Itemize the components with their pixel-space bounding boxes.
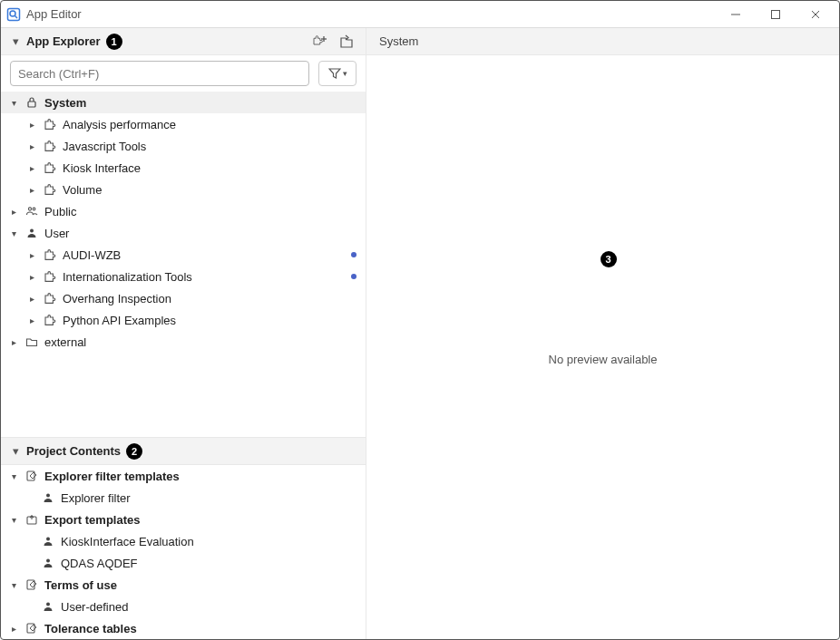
tree-label: Python API Examples (63, 314, 357, 327)
tree-node-terms-of-use[interactable]: ▾ Terms of use (1, 574, 366, 596)
puzzle-icon (43, 291, 57, 305)
chevron-right-icon[interactable]: ▸ (26, 141, 37, 151)
titlebar-left: App Editor (6, 7, 82, 22)
chevron-down-icon[interactable]: ▾ (8, 515, 19, 525)
svg-line-2 (15, 15, 18, 18)
tree-node-user[interactable]: ▾ User (1, 222, 366, 244)
chevron-down-icon: ▾ (10, 34, 21, 48)
preview-title: System (379, 34, 418, 48)
chevron-right-icon[interactable]: ▸ (8, 337, 19, 347)
tree-node-filter-templates[interactable]: ▾ Explorer filter templates (1, 465, 366, 487)
tree-label: external (44, 335, 357, 349)
document-edit-icon (24, 469, 39, 483)
import-button[interactable] (337, 32, 357, 52)
close-button[interactable] (796, 2, 835, 27)
chevron-right-icon[interactable]: ▸ (26, 315, 37, 325)
person-icon (41, 599, 55, 614)
preview-area: 3 No preview available (366, 55, 839, 639)
puzzle-icon (43, 117, 57, 131)
tree-node-i18n-tools[interactable]: ▸ Internationalization Tools (1, 266, 366, 287)
chevron-right-icon[interactable]: ▸ (26, 250, 37, 260)
tree-label: QDAS AQDEF (61, 557, 357, 570)
explorer-tree: ▾ System ▸ Analysis performance ▸ (1, 92, 366, 353)
tree-node-external[interactable]: ▸ external (1, 331, 366, 353)
tree-node-kiosk-interface[interactable]: ▸ Kiosk Interface (1, 157, 366, 179)
project-contents-header[interactable]: ▾ Project Contents 2 (1, 438, 366, 465)
tree-label: KioskInterface Evaluation (61, 535, 357, 548)
tree-node-analysis-performance[interactable]: ▸ Analysis performance (1, 113, 366, 135)
maximize-button[interactable] (756, 2, 796, 27)
svg-point-1 (10, 11, 15, 16)
tree-node-system[interactable]: ▾ System (1, 92, 366, 113)
tree-label: Explorer filter (61, 491, 357, 505)
tree-label: Kiosk Interface (63, 161, 357, 175)
search-row: ▾ (1, 55, 366, 92)
chevron-down-icon[interactable]: ▾ (8, 98, 19, 108)
contents-tree: ▾ Explorer filter templates Explorer fil… (1, 465, 366, 639)
chevron-right-icon[interactable]: ▸ (26, 163, 37, 173)
filter-button[interactable]: ▾ (318, 61, 357, 86)
tree-node-overhang-inspection[interactable]: ▸ Overhang Inspection (1, 287, 366, 309)
chevron-right-icon[interactable]: ▸ (8, 624, 19, 634)
body: ▾ App Explorer 1 (1, 28, 839, 639)
chevron-down-icon[interactable]: ▾ (8, 580, 19, 590)
chevron-down-icon[interactable]: ▾ (8, 471, 19, 481)
svg-point-10 (28, 208, 31, 210)
puzzle-icon (43, 160, 57, 175)
tree-label: Internationalization Tools (63, 270, 346, 284)
preview-header: System (366, 28, 839, 55)
tree-label: Terms of use (44, 578, 357, 592)
tree-item-qdas[interactable]: QDAS AQDEF (1, 552, 366, 574)
tree-node-javascript-tools[interactable]: ▸ Javascript Tools (1, 135, 366, 157)
chevron-right-icon[interactable]: ▸ (26, 294, 37, 304)
search-input[interactable] (10, 61, 309, 86)
callout-2: 2 (126, 443, 142, 460)
puzzle-icon (43, 313, 57, 327)
tree-label: Analysis performance (63, 118, 357, 131)
app-explorer-section: ▾ App Explorer 1 (1, 28, 366, 437)
tree-node-export-templates[interactable]: ▾ Export templates (1, 509, 366, 530)
tree-item-kiosk-eval[interactable]: KioskInterface Evaluation (1, 530, 366, 552)
svg-point-19 (46, 603, 50, 606)
tree-node-python-api[interactable]: ▸ Python API Examples (1, 309, 366, 331)
tree-item-explorer-filter[interactable]: Explorer filter (1, 487, 366, 509)
puzzle-icon (43, 139, 57, 153)
app-explorer-label: App Explorer (26, 34, 101, 48)
minimize-button[interactable] (716, 2, 756, 27)
person-icon (41, 556, 55, 570)
puzzle-icon (43, 247, 57, 262)
document-edit-icon (24, 577, 39, 592)
window-controls (716, 2, 835, 27)
tree-label: Javascript Tools (63, 140, 357, 153)
tree-label: Export templates (44, 513, 357, 527)
person-icon (24, 226, 39, 240)
tree-node-public[interactable]: ▸ Public (1, 200, 366, 222)
tree-node-tolerance-tables[interactable]: ▸ Tolerance tables (1, 617, 366, 639)
project-contents-label: Project Contents (26, 444, 121, 458)
svg-point-11 (33, 208, 35, 210)
status-dot (351, 252, 357, 257)
chevron-right-icon[interactable]: ▸ (26, 120, 37, 130)
svg-rect-9 (28, 102, 35, 107)
chevron-right-icon[interactable]: ▸ (26, 272, 37, 282)
tree-label: Public (44, 205, 357, 218)
svg-point-14 (46, 494, 50, 498)
tree-label: Tolerance tables (44, 622, 357, 635)
svg-rect-4 (772, 10, 780, 18)
app-window: App Editor ▾ App Explorer 1 (0, 0, 840, 640)
chevron-right-icon[interactable]: ▸ (8, 207, 19, 217)
add-addon-button[interactable] (309, 32, 329, 52)
callout-1: 1 (106, 34, 122, 50)
tree-label: Overhang Inspection (63, 292, 357, 305)
app-icon (6, 7, 21, 22)
tree-item-user-defined[interactable]: User-defined (1, 596, 366, 617)
chevron-right-icon[interactable]: ▸ (26, 185, 37, 195)
tree-node-volume[interactable]: ▸ Volume (1, 179, 366, 200)
chevron-down-icon[interactable]: ▾ (8, 228, 19, 238)
preview-message: No preview available (549, 352, 658, 365)
window-title: App Editor (26, 7, 82, 21)
svg-point-16 (46, 538, 50, 541)
tree-node-audi-wzb[interactable]: ▸ AUDI-WZB (1, 244, 366, 266)
app-explorer-toolbar (309, 32, 357, 52)
app-explorer-header[interactable]: ▾ App Explorer 1 (1, 28, 366, 55)
